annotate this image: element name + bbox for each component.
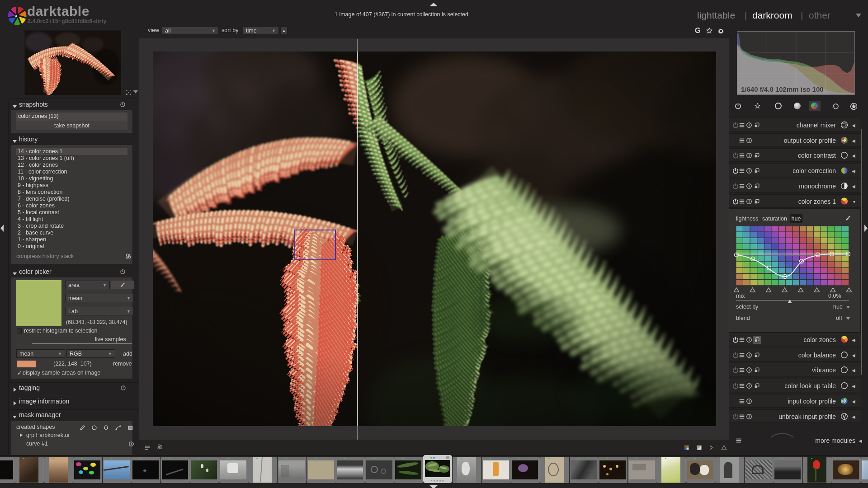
svg-text:1/640 f/4.0 102mm iso 100: 1/640 f/4.0 102mm iso 100	[741, 85, 824, 93]
